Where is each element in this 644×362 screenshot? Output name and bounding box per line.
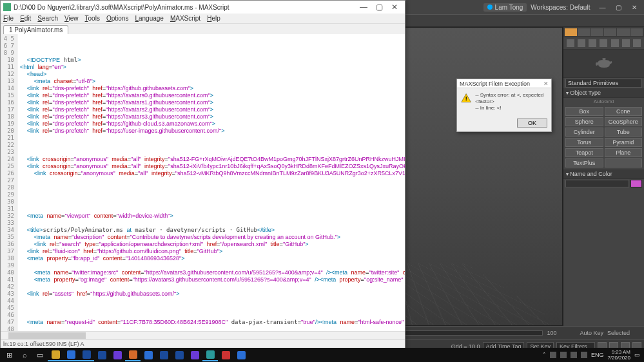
dialog-titlebar[interactable]: MAXScript FileIn Exception ✕ [457,79,551,88]
ok-button[interactable]: OK [517,119,547,128]
shapes-icon[interactable] [578,39,585,47]
tray-volume-icon[interactable] [581,352,587,358]
name-and-color-rollout[interactable]: Name and Color [563,169,644,179]
error-dialog: MAXScript FileIn Exception ✕ ! -- Syntax… [456,79,552,132]
menu-edit[interactable]: Edit [20,15,31,22]
task-item[interactable] [171,348,187,361]
user-name: Lam Tong [495,4,523,11]
task-item[interactable] [187,348,202,361]
editor-titlebar[interactable]: D:\D\00 Do Nguyen\2.library\3.soft\MAXsc… [1,1,405,14]
command-panel-tabs [563,27,644,37]
editor-close-button[interactable]: ✕ [387,3,402,12]
task-item[interactable] [202,348,218,361]
primitive-button[interactable]: Sphere [565,117,603,126]
spacewarps-icon[interactable] [622,39,630,47]
task-item[interactable] [233,348,249,361]
scrollbar-thumb[interactable] [8,332,86,339]
geometry-icon[interactable] [567,39,574,47]
lights-icon[interactable] [589,39,596,47]
task-item[interactable] [156,348,171,361]
task-item[interactable] [141,348,156,361]
menu-maxscript[interactable]: MAXScript [170,15,200,22]
primitive-button[interactable]: Box [565,107,603,116]
menu-help[interactable]: Help [207,15,220,22]
editor-statusbar: ln:19 co:1 offset:590 INS (LF) A [1,339,405,348]
menu-language[interactable]: Language [135,15,164,22]
cameras-icon[interactable] [600,39,607,47]
helpers-icon[interactable] [611,39,619,47]
primitive-button[interactable]: Pyramid [605,138,643,147]
workspace-dropdown[interactable]: Workspaces: Default [531,4,590,11]
modify-tab[interactable] [578,28,590,36]
error-line-1: -- Syntax error: at <, expected <factor> [475,92,547,105]
task-item[interactable] [63,348,79,361]
primitive-button[interactable]: Torus [565,138,603,147]
editor-title-text: D:\D\00 Do Nguyen\2.library\3.soft\MAXsc… [14,4,229,11]
primitive-button[interactable]: Cone [605,107,643,116]
notification-icon[interactable]: ▭ [634,352,640,358]
clock-date: 7/20/2020 [607,355,630,361]
file-tab[interactable]: 1 PolyAnimator.ms [3,25,68,34]
close-button[interactable]: ✕ [627,4,641,11]
svg-text:!: ! [465,95,467,102]
task-item[interactable] [94,348,110,361]
error-line-2: -- In line: <! [475,105,547,111]
autokey-button[interactable]: Auto Key [580,330,603,336]
primitive-button[interactable]: TextPlus [565,158,603,167]
language-indicator[interactable]: ENG [591,352,604,358]
user-icon [487,5,493,10]
utilities-tab[interactable] [630,28,643,36]
error-message: -- Syntax error: at <, expected <factor>… [475,92,547,111]
task-item[interactable] [48,348,63,361]
display-tab[interactable] [617,28,629,36]
line-number-gutter: 4 5 6 7 8 9 10 11 12 13 14 15 16 17 18 1… [1,34,17,331]
editor-menubar: File Edit Search View Tools Options Lang… [1,14,405,24]
primitive-button[interactable] [605,158,643,167]
dialog-title-text: MAXScript FileIn Exception [460,81,530,87]
systems-icon[interactable] [633,39,641,47]
task-item[interactable] [79,348,94,361]
taskview-button[interactable]: ▭ [32,348,48,361]
primitive-button[interactable]: Teapot [565,148,603,157]
object-type-rollout[interactable]: Object Type [563,88,644,98]
user-badge[interactable]: Lam Tong [483,3,527,12]
object-name-field[interactable] [565,180,629,187]
primitive-type-dropdown[interactable]: Standard Primitives [565,79,642,88]
maxscript-icon [3,3,11,11]
tray-icon[interactable] [571,352,577,358]
menu-tools[interactable]: Tools [85,15,100,22]
code-area[interactable]: 4 5 6 7 8 9 10 11 12 13 14 15 16 17 18 1… [1,34,405,331]
menu-file[interactable]: File [3,15,14,22]
tray-icon[interactable] [550,352,556,358]
primitive-button[interactable]: Plane [605,148,643,157]
menu-search[interactable]: Search [37,15,58,22]
clock[interactable]: 9:23 AM 7/20/2020 [607,349,630,361]
menu-view[interactable]: View [64,15,79,22]
primitive-button[interactable]: Tube [605,128,643,137]
task-item[interactable] [110,348,125,361]
maximize-button[interactable]: ▢ [611,4,625,11]
start-button[interactable]: ⊞ [1,348,17,361]
code-content[interactable]: <!DOCTYPE html> <html lang="en"> <head> … [17,34,405,331]
selected-set-dropdown[interactable]: Selected [607,330,630,336]
editor-minimize-button[interactable]: — [356,3,371,12]
search-button[interactable]: ⌕ [17,348,32,361]
hierarchy-tab[interactable] [591,28,603,36]
object-color-swatch[interactable] [630,180,642,187]
horizontal-scrollbar[interactable] [1,331,405,339]
menu-options[interactable]: Options [106,15,128,22]
system-tray: ˄ ENG 9:23 AM 7/20/2020 ▭ [543,349,643,361]
create-tab[interactable] [565,28,577,36]
dialog-close-button[interactable]: ✕ [543,81,549,87]
tray-icon[interactable] [560,352,567,358]
minimize-button[interactable]: — [595,4,609,11]
task-item[interactable] [125,348,141,361]
autogrid-checkbox[interactable]: AutoGrid [594,99,614,104]
primitive-button[interactable]: GeoSphere [605,117,643,126]
motion-tab[interactable] [604,28,616,36]
editor-maximize-button[interactable]: ▢ [371,3,387,12]
task-item[interactable] [218,348,233,361]
warning-icon: ! [461,92,471,104]
primitive-button[interactable]: Cylinder [565,128,603,137]
tray-chevron-icon[interactable]: ˄ [543,352,546,358]
